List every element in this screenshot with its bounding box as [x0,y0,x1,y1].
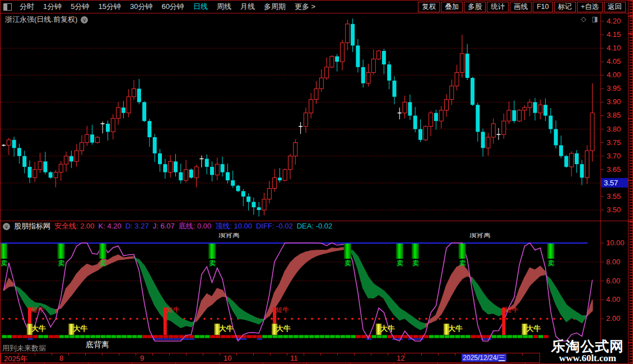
future-data-note: 用到未来数据 [2,343,46,353]
period-tab-0[interactable]: 分时 [15,2,39,12]
sell-signal-label: 卖 [209,259,216,267]
axis-tick [522,353,523,356]
indicator-field-5: 顶线: 10.00 [215,222,252,230]
price-label-4.15: 4.15 [607,30,621,39]
price-label-3.90: 3.90 [607,97,621,106]
indicator-panel-chart[interactable]: 顶背离顶背离卖卖卖卖卖卖卖卖卖短牛短牛短牛短牛大牛大牛大牛大牛大牛大牛大牛10.… [1,221,633,342]
axis-tick [102,353,103,356]
title-corner-icons: ◇ ◨ [581,15,598,23]
indicator-axis-label-6.00: 6.00 [606,277,620,285]
month-label-11: 11 [290,354,298,362]
indicator-axis-label-4.00: 4.00 [606,295,620,304]
period-tab-6[interactable]: 日线 [189,2,212,12]
axis-tick [236,353,237,356]
axis-tick [85,353,86,356]
toolbar-button-4[interactable]: 画线 [510,2,532,12]
period-tab-7[interactable]: 周线 [212,2,236,12]
bottom-divergence-label: 底背离 [86,340,109,350]
toolbar-button-5[interactable]: F10 [533,2,553,12]
sell-signal-label: 卖 [344,259,351,267]
indicator-field-3: J: 6.07 [153,222,175,230]
axis-tick [220,353,220,356]
period-tab-9[interactable]: 多周期 [259,2,290,12]
price-label-3.85: 3.85 [607,111,621,119]
sell-signal-bar [458,244,466,259]
cursor-date-box: 2025/12/24/三 [462,354,506,362]
period-tab-3[interactable]: 15分钟 [94,2,125,12]
axis-tick [304,353,304,356]
price-label-3.65: 3.65 [607,165,621,174]
axis-tick [119,353,119,356]
price-label-3.55: 3.55 [607,192,621,200]
indicator-name[interactable]: 股朋指标网 [14,221,50,231]
axis-tick [152,353,153,356]
toolbar-button-7[interactable]: +自选 [577,2,603,12]
sell-signal-label: 卖 [99,259,106,267]
toolbar-buttons: 复权叠加多股统计画线F10标记+自选返回 [418,2,632,12]
axis-tick [169,353,170,356]
axis-tick [455,353,455,356]
axis-tick [320,353,321,356]
right-edge-strip[interactable] [628,1,633,364]
app-window: 分时1分钟5分钟15分钟30分钟60分钟日线周线月线多周期更多 > 复权叠加多股… [0,0,633,364]
toolbar-button-2[interactable]: 多股 [464,2,486,12]
price-label-4.10: 4.10 [607,44,621,52]
page-title[interactable]: 浙江永强(日线.前复权) [5,15,77,25]
period-tab-8[interactable]: 月线 [236,2,259,12]
watermark: 乐淘公式网 www.60lt.com [545,339,630,363]
chevron-down-icon[interactable]: ∨ [81,16,88,24]
sell-signal-bar [57,244,64,259]
price-label-4.05: 4.05 [607,57,621,66]
candlestick-chart[interactable]: 4.204.154.104.054.003.953.903.853.803.75… [1,13,633,221]
axis-tick [404,353,405,356]
big-bull-label: 大牛 [527,324,541,333]
collapse-icon[interactable]: ∨ [3,223,10,230]
sell-signal-bar [344,244,351,259]
price-label-4.20: 4.20 [607,17,621,25]
axis-tick [253,353,254,356]
toolbar-button-6[interactable]: 标记 [554,2,576,12]
axis-tick [421,353,422,356]
big-bull-label: 大牛 [448,324,463,333]
sell-signal-label: 卖 [412,259,419,267]
short-bull-label: 短牛 [166,306,180,314]
axis-tick [287,353,287,356]
month-label-9: 9 [140,354,144,362]
price-label-3.70: 3.70 [607,152,621,160]
axis-tick [388,353,388,356]
period-toolbar: 分时1分钟5分钟15分钟30分钟60分钟日线周线月线多周期更多 > 复权叠加多股… [1,1,632,13]
sell-signal-bar [412,244,419,259]
date-axis[interactable]: 2025年 89101112 2025/12/24/三 [1,353,540,363]
sell-signal-label: 卖 [396,259,403,267]
period-tab-1[interactable]: 1分钟 [39,2,66,12]
watermark-url: www.60lt.com [545,353,630,363]
indicator-field-6: DIFF: -0.02 [256,222,293,230]
indicator-values: 安全线: 2.00K: 4.20D: 3.27J: 6.07底线: 0.00顶线… [54,221,336,231]
sell-signal-label: 卖 [459,259,466,267]
toolbar-button-3[interactable]: 统计 [487,2,509,12]
period-tabs: 分时1分钟5分钟15分钟30分钟60分钟日线周线月线多周期更多 > [15,2,320,12]
toolbar-button-8[interactable]: 返回 [604,2,626,12]
period-tab-4[interactable]: 30分钟 [125,2,157,12]
month-label-8: 8 [59,354,63,362]
indicator-axis-label-8.00: 8.00 [606,258,620,266]
axis-tick [438,353,439,356]
diamond-icon[interactable]: ◇ [581,15,586,23]
short-bull-label: 短牛 [276,306,289,314]
sell-signal-bar [208,244,216,259]
axis-tick [18,353,18,356]
indicator-field-7: DEA: -0.02 [297,222,333,230]
toolbar-button-0[interactable]: 复权 [418,2,440,12]
price-label-4.00: 4.00 [607,71,621,79]
big-bull-label: 大牛 [219,324,234,333]
sell-signal-label: 卖 [1,259,8,267]
period-tab-2[interactable]: 5分钟 [66,2,94,12]
pane-icon[interactable]: ◨ [592,15,598,23]
period-tab-10[interactable]: 更多 > [290,2,320,12]
period-tab-5[interactable]: 60分钟 [157,2,188,12]
sell-signal-bar [547,244,555,259]
price-label-3.50: 3.50 [607,206,621,214]
window-split-icon[interactable] [3,3,12,11]
axis-tick [270,353,271,356]
toolbar-button-1[interactable]: 叠加 [441,2,463,12]
